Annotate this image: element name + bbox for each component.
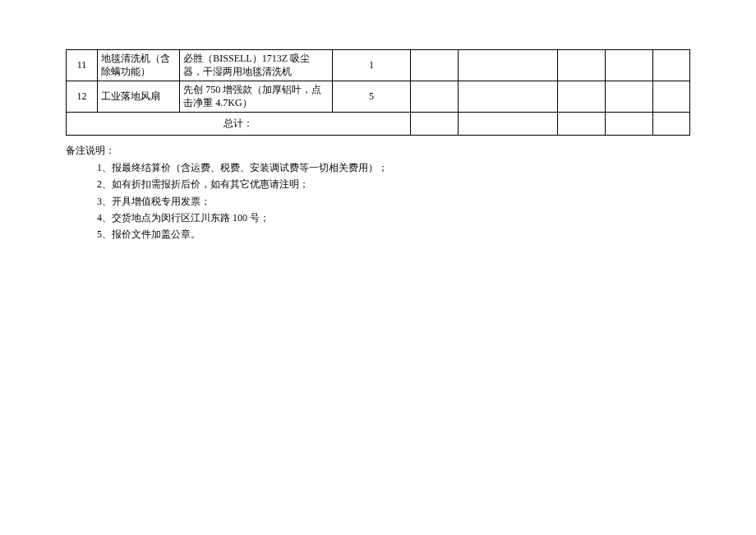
notes-item: 4、交货地点为闵行区江川东路 100 号； <box>97 210 690 226</box>
notes-item: 1、报最终结算价（含运费、税费、安装调试费等一切相关费用）； <box>97 159 690 176</box>
notes-section: 备注说明： 1、报最终结算价（含运费、税费、安装调试费等一切相关费用）； 2、如… <box>66 142 690 242</box>
notes-item: 2、如有折扣需报折后价，如有其它优惠请注明； <box>97 176 690 192</box>
cell-num: 11 <box>67 50 98 81</box>
total-cell <box>411 113 459 136</box>
total-row: 总计： <box>67 113 690 136</box>
notes-item: 5、报价文件加盖公章。 <box>97 226 690 242</box>
notes-item: 3、开具增值税专用发票； <box>97 193 690 210</box>
notes-list: 1、报最终结算价（含运费、税费、安装调试费等一切相关费用）； 2、如有折扣需报折… <box>66 159 690 243</box>
cell-name: 地毯清洗机（含除螨功能） <box>98 50 180 81</box>
pricing-table: 11 地毯清洗机（含除螨功能） 必胜（BISSELL）1713Z 吸尘器，干湿两… <box>66 49 690 136</box>
total-cell <box>557 113 605 136</box>
total-cell <box>605 113 652 136</box>
total-cell <box>652 113 689 136</box>
notes-title: 备注说明： <box>66 142 690 159</box>
cell-blank <box>411 81 459 113</box>
cell-num: 12 <box>67 81 98 113</box>
cell-blank <box>459 81 557 113</box>
cell-spec: 必胜（BISSELL）1713Z 吸尘器，干湿两用地毯清洗机 <box>180 50 332 81</box>
table-row: 12 工业落地风扇 先创 750 增强款（加厚铝叶，点击净重 4.7KG） 5 <box>67 81 690 113</box>
cell-name: 工业落地风扇 <box>98 81 180 113</box>
cell-blank <box>411 50 459 81</box>
cell-blank <box>557 50 605 81</box>
cell-spec: 先创 750 增强款（加厚铝叶，点击净重 4.7KG） <box>180 81 332 113</box>
total-label: 总计： <box>67 113 411 136</box>
cell-blank <box>605 81 652 113</box>
table-row: 11 地毯清洗机（含除螨功能） 必胜（BISSELL）1713Z 吸尘器，干湿两… <box>67 50 690 81</box>
cell-qty: 5 <box>332 81 410 113</box>
cell-blank <box>557 81 605 113</box>
cell-blank <box>652 81 689 113</box>
cell-blank <box>605 50 652 81</box>
cell-blank <box>459 50 557 81</box>
total-cell <box>459 113 557 136</box>
cell-blank <box>652 50 689 81</box>
cell-qty: 1 <box>332 50 410 81</box>
